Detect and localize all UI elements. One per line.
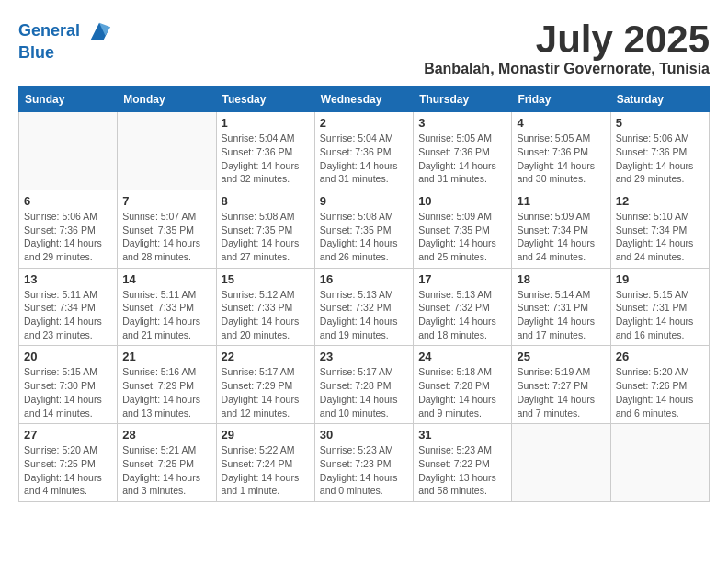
calendar-cell: 28Sunrise: 5:21 AM Sunset: 7:25 PM Dayli… [118,424,216,502]
logo-general: General [18,21,80,40]
day-number: 12 [616,194,704,208]
calendar-week-row-4: 27Sunrise: 5:20 AM Sunset: 7:25 PM Dayli… [19,424,710,502]
day-number: 11 [517,194,605,208]
calendar-cell: 4Sunrise: 5:05 AM Sunset: 7:36 PM Daylig… [512,112,610,190]
calendar-cell: 18Sunrise: 5:14 AM Sunset: 7:31 PM Dayli… [512,268,610,346]
day-info: Sunrise: 5:19 AM Sunset: 7:27 PM Dayligh… [517,365,605,419]
calendar-cell: 20Sunrise: 5:15 AM Sunset: 7:30 PM Dayli… [19,346,118,424]
day-number: 28 [122,428,210,442]
day-number: 5 [616,116,704,130]
day-number: 20 [24,350,112,363]
calendar-week-row-1: 6Sunrise: 5:06 AM Sunset: 7:36 PM Daylig… [19,190,710,268]
calendar-cell: 1Sunrise: 5:04 AM Sunset: 7:36 PM Daylig… [216,112,314,190]
header-saturday: Saturday [610,87,709,112]
calendar-cell: 15Sunrise: 5:12 AM Sunset: 7:33 PM Dayli… [216,268,314,346]
day-number: 24 [418,350,506,363]
header-tuesday: Tuesday [216,87,314,112]
calendar-cell: 9Sunrise: 5:08 AM Sunset: 7:35 PM Daylig… [314,190,413,268]
day-info: Sunrise: 5:07 AM Sunset: 7:35 PM Dayligh… [122,210,210,264]
calendar-cell: 27Sunrise: 5:20 AM Sunset: 7:25 PM Dayli… [19,424,118,502]
header-thursday: Thursday [414,87,512,112]
header-friday: Friday [512,87,610,112]
day-info: Sunrise: 5:17 AM Sunset: 7:29 PM Dayligh… [222,365,310,419]
day-info: Sunrise: 5:13 AM Sunset: 7:32 PM Dayligh… [418,288,506,342]
day-info: Sunrise: 5:13 AM Sunset: 7:32 PM Dayligh… [320,288,408,342]
calendar-cell: 11Sunrise: 5:09 AM Sunset: 7:34 PM Dayli… [512,190,610,268]
day-number: 29 [222,428,310,442]
calendar-week-row-0: 1Sunrise: 5:04 AM Sunset: 7:36 PM Daylig… [19,112,710,190]
calendar-cell: 29Sunrise: 5:22 AM Sunset: 7:24 PM Dayli… [216,424,314,502]
calendar-cell [118,112,216,190]
calendar-week-row-3: 20Sunrise: 5:15 AM Sunset: 7:30 PM Dayli… [19,346,710,424]
day-info: Sunrise: 5:20 AM Sunset: 7:26 PM Dayligh… [616,365,704,419]
day-number: 16 [320,272,408,286]
day-number: 18 [517,272,605,286]
day-number: 23 [320,350,408,363]
day-info: Sunrise: 5:18 AM Sunset: 7:28 PM Dayligh… [418,365,506,419]
calendar-cell [512,424,610,502]
day-info: Sunrise: 5:21 AM Sunset: 7:25 PM Dayligh… [122,443,210,498]
day-number: 3 [418,116,506,130]
logo: General Blue [18,18,112,63]
day-info: Sunrise: 5:08 AM Sunset: 7:35 PM Dayligh… [222,210,310,264]
day-info: Sunrise: 5:08 AM Sunset: 7:35 PM Dayligh… [320,210,408,264]
day-number: 17 [418,272,506,286]
calendar-cell: 7Sunrise: 5:07 AM Sunset: 7:35 PM Daylig… [118,190,216,268]
location-subtitle: Banbalah, Monastir Governorate, Tunisia [424,61,710,77]
header-monday: Monday [118,87,216,112]
calendar-cell: 16Sunrise: 5:13 AM Sunset: 7:32 PM Dayli… [314,268,413,346]
calendar-cell: 17Sunrise: 5:13 AM Sunset: 7:32 PM Dayli… [414,268,512,346]
calendar-cell: 19Sunrise: 5:15 AM Sunset: 7:31 PM Dayli… [610,268,709,346]
calendar-cell: 25Sunrise: 5:19 AM Sunset: 7:27 PM Dayli… [512,346,610,424]
day-number: 1 [222,116,310,130]
calendar-table: Sunday Monday Tuesday Wednesday Thursday… [18,86,710,502]
calendar-cell [610,424,709,502]
calendar-cell: 24Sunrise: 5:18 AM Sunset: 7:28 PM Dayli… [414,346,512,424]
calendar-cell: 30Sunrise: 5:23 AM Sunset: 7:23 PM Dayli… [314,424,413,502]
calendar-cell: 26Sunrise: 5:20 AM Sunset: 7:26 PM Dayli… [610,346,709,424]
day-info: Sunrise: 5:16 AM Sunset: 7:29 PM Dayligh… [122,365,210,419]
logo-text: General [18,18,112,44]
day-number: 10 [418,194,506,208]
day-info: Sunrise: 5:11 AM Sunset: 7:33 PM Dayligh… [122,288,210,342]
day-info: Sunrise: 5:14 AM Sunset: 7:31 PM Dayligh… [517,288,605,342]
calendar-cell: 23Sunrise: 5:17 AM Sunset: 7:28 PM Dayli… [314,346,413,424]
day-number: 25 [517,350,605,363]
day-number: 13 [24,272,112,286]
day-info: Sunrise: 5:17 AM Sunset: 7:28 PM Dayligh… [320,365,408,419]
calendar-cell: 13Sunrise: 5:11 AM Sunset: 7:34 PM Dayli… [19,268,118,346]
header-sunday: Sunday [19,87,118,112]
day-number: 14 [122,272,210,286]
day-info: Sunrise: 5:15 AM Sunset: 7:30 PM Dayligh… [24,365,112,419]
day-info: Sunrise: 5:23 AM Sunset: 7:22 PM Dayligh… [418,443,506,498]
calendar-cell: 2Sunrise: 5:04 AM Sunset: 7:36 PM Daylig… [314,112,413,190]
calendar-cell: 12Sunrise: 5:10 AM Sunset: 7:34 PM Dayli… [610,190,709,268]
day-info: Sunrise: 5:22 AM Sunset: 7:24 PM Dayligh… [222,443,310,498]
calendar-cell: 8Sunrise: 5:08 AM Sunset: 7:35 PM Daylig… [216,190,314,268]
day-number: 27 [24,428,112,442]
day-info: Sunrise: 5:09 AM Sunset: 7:34 PM Dayligh… [517,210,605,264]
page-header: General Blue July 2025 Banbalah, Monasti… [18,18,710,77]
day-number: 31 [418,428,506,442]
day-number: 30 [320,428,408,442]
day-number: 19 [616,272,704,286]
calendar-cell: 10Sunrise: 5:09 AM Sunset: 7:35 PM Dayli… [414,190,512,268]
day-info: Sunrise: 5:23 AM Sunset: 7:23 PM Dayligh… [320,443,408,498]
title-block: July 2025 Banbalah, Monastir Governorate… [424,18,710,77]
day-number: 8 [222,194,310,208]
calendar-cell: 3Sunrise: 5:05 AM Sunset: 7:36 PM Daylig… [414,112,512,190]
calendar-header-row: Sunday Monday Tuesday Wednesday Thursday… [19,87,710,112]
day-info: Sunrise: 5:15 AM Sunset: 7:31 PM Dayligh… [616,288,704,342]
day-info: Sunrise: 5:04 AM Sunset: 7:36 PM Dayligh… [320,132,408,186]
calendar-cell: 14Sunrise: 5:11 AM Sunset: 7:33 PM Dayli… [118,268,216,346]
day-info: Sunrise: 5:09 AM Sunset: 7:35 PM Dayligh… [418,210,506,264]
calendar-cell: 6Sunrise: 5:06 AM Sunset: 7:36 PM Daylig… [19,190,118,268]
day-info: Sunrise: 5:12 AM Sunset: 7:33 PM Dayligh… [222,288,310,342]
calendar-cell: 22Sunrise: 5:17 AM Sunset: 7:29 PM Dayli… [216,346,314,424]
day-number: 21 [122,350,210,363]
day-info: Sunrise: 5:04 AM Sunset: 7:36 PM Dayligh… [222,132,310,186]
day-number: 26 [616,350,704,363]
logo-icon [86,18,112,44]
day-number: 9 [320,194,408,208]
calendar-week-row-2: 13Sunrise: 5:11 AM Sunset: 7:34 PM Dayli… [19,268,710,346]
